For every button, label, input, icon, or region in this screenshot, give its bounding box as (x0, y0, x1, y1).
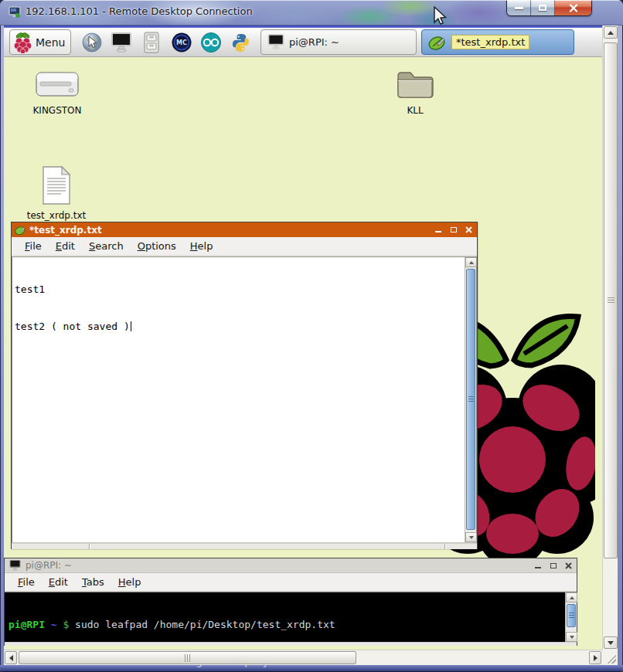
scroll-down-button[interactable] (465, 532, 477, 542)
leafpad-menu-search[interactable]: Search (82, 240, 131, 252)
window-border-right (618, 25, 623, 666)
remote-session: Menu (4, 25, 602, 650)
scroll-up-button[interactable] (566, 592, 577, 602)
prompt-path: ~ (45, 619, 63, 630)
minimize-button[interactable] (507, 0, 531, 15)
task-button-terminal[interactable]: pi@RPI: ~ (260, 29, 417, 55)
window-title: 192.168.1.101 - Remote Desktop Connectio… (26, 5, 253, 17)
leafpad-body: test1 test2 ( not saved ) (12, 256, 477, 543)
folder-icon (394, 66, 436, 100)
leafpad-menu-help[interactable]: Help (183, 240, 220, 252)
menu-button[interactable]: Menu (9, 29, 71, 55)
desktop: KINGSTON KLL test_xrdp.txt (4, 57, 602, 650)
maximize-button[interactable] (531, 0, 555, 15)
terminal-minimize-button[interactable] (533, 562, 542, 570)
terminal-menu-file[interactable]: File (11, 576, 42, 588)
file-manager-icon (142, 32, 161, 53)
web-browser-launcher[interactable] (80, 31, 104, 54)
leafpad-menu-edit[interactable]: Edit (49, 240, 82, 252)
leafpad-vscrollbar[interactable] (465, 257, 476, 542)
terminal-menu-tabs[interactable]: Tabs (75, 576, 111, 588)
python-launcher[interactable] (229, 31, 252, 54)
arrow-right-icon (594, 655, 597, 661)
arduino-launcher[interactable] (199, 31, 223, 54)
terminal-menu-help[interactable]: Help (111, 576, 148, 588)
leafpad-titlebar[interactable]: *test_xrdp.txt (12, 222, 477, 237)
scroll-thumb[interactable] (466, 269, 475, 530)
rdp-titlebar[interactable]: 192.168.1.101 - Remote Desktop Connectio… (0, 0, 623, 25)
scroll-thumb[interactable] (567, 604, 576, 627)
terminal-close-button[interactable] (564, 562, 573, 570)
thumb-grip (468, 396, 474, 402)
arrow-down-icon (570, 636, 574, 639)
leafpad-icon (15, 225, 26, 236)
desktop-icon-kll[interactable]: KLL (384, 66, 446, 116)
leafpad-maximize-button[interactable] (449, 226, 458, 234)
scroll-up-button[interactable] (465, 257, 477, 267)
terminal-menu-edit[interactable]: Edit (42, 576, 75, 588)
mathematica-launcher[interactable]: MC (170, 31, 193, 54)
scroll-down-button[interactable] (604, 636, 618, 649)
desktop-icon-kingston[interactable]: KINGSTON (15, 68, 100, 116)
close-icon (465, 226, 472, 233)
menu-label: Menu (36, 36, 65, 49)
terminal-body: pi@RPI ~ $ sudo leafpad /home/pi/Desktop… (5, 592, 577, 642)
leafpad-close-button[interactable] (465, 226, 473, 234)
leafpad-minimize-button[interactable] (434, 226, 442, 234)
rdp-app-icon (9, 6, 21, 19)
mathematica-icon: MC (171, 32, 192, 53)
scroll-thumb[interactable] (19, 651, 356, 664)
icon-label: KLL (407, 105, 423, 116)
arrow-up-icon (469, 261, 474, 264)
leafpad-caption-buttons (434, 222, 473, 237)
text-line: test1 (15, 283, 462, 296)
task-label: pi@RPI: ~ (289, 36, 339, 48)
terminal-title: pi@RPI: ~ (26, 560, 72, 571)
terminal-maximize-button[interactable] (549, 562, 557, 570)
minimize-icon (515, 7, 523, 9)
leafpad-menu-file[interactable]: File (18, 240, 49, 252)
close-button[interactable] (555, 0, 591, 15)
close-icon (565, 562, 572, 569)
maximize-icon (539, 5, 546, 11)
terminal-output-area[interactable]: pi@RPI ~ $ sudo leafpad /home/pi/Desktop… (5, 592, 563, 643)
terminal-window: pi@RPI: ~ File Edit Tabs Help (4, 558, 577, 646)
scrollbar-corner (602, 650, 618, 665)
text-file-icon (40, 165, 73, 205)
arrow-left-icon (9, 655, 13, 661)
scroll-thumb[interactable] (604, 42, 618, 558)
task-label: *test_xrdp.txt (451, 35, 529, 49)
arrow-up-icon (608, 31, 614, 35)
rdp-vscrollbar[interactable] (602, 25, 618, 650)
command-text: sudo leafpad /home/pi/Desktop/test_xrdp.… (75, 619, 335, 630)
arrow-down-icon (608, 641, 614, 645)
scroll-left-button[interactable] (5, 651, 17, 664)
terminal-statusbar (5, 642, 577, 646)
leafpad-menu-options[interactable]: Options (131, 240, 183, 252)
resize-grip[interactable] (606, 653, 616, 664)
leafpad-statusbar (12, 543, 477, 549)
terminal-icon (111, 32, 132, 53)
drive-icon (35, 68, 80, 100)
terminal-titlebar[interactable]: pi@RPI: ~ (5, 558, 577, 573)
scroll-up-button[interactable] (604, 26, 618, 39)
rdp-hscrollbar[interactable] (4, 650, 602, 665)
raspberry-icon (14, 32, 32, 53)
minimize-icon (435, 231, 441, 232)
web-browser-icon (81, 32, 103, 53)
mouse-cursor (430, 5, 447, 28)
arrow-up-icon (570, 596, 574, 599)
scroll-down-button[interactable] (566, 632, 577, 642)
terminal-launcher[interactable] (110, 31, 133, 54)
leafpad-textarea[interactable]: test1 test2 ( not saved ) (12, 257, 465, 542)
scroll-right-button[interactable] (589, 651, 601, 664)
desktop-icon-testfile[interactable]: test_xrdp.txt (26, 165, 87, 221)
file-manager-launcher[interactable] (140, 31, 163, 54)
arrow-down-icon (469, 536, 474, 539)
statusbar-divider (89, 544, 90, 550)
thumb-grip (185, 654, 191, 662)
terminal-vscrollbar[interactable] (565, 592, 577, 642)
task-button-leafpad[interactable]: *test_xrdp.txt (421, 29, 574, 55)
taskbar: Menu (4, 28, 602, 57)
maximize-icon (550, 563, 557, 568)
